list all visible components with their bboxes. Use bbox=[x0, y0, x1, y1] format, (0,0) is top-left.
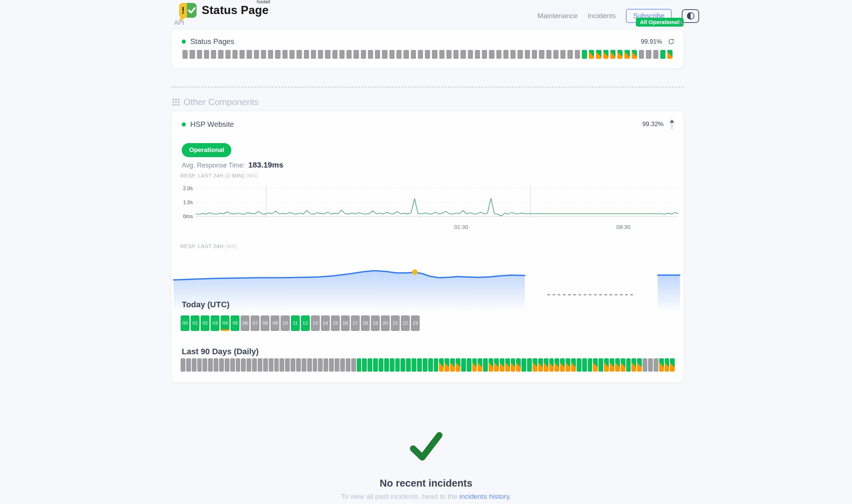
daily-uptime-bar[interactable] bbox=[241, 358, 246, 372]
daily-uptime-bar[interactable] bbox=[593, 358, 598, 372]
uptime-bar[interactable] bbox=[503, 50, 509, 59]
daily-uptime-bar[interactable] bbox=[554, 358, 559, 372]
uptime-bar[interactable] bbox=[496, 50, 502, 59]
uptime-bar[interactable] bbox=[639, 50, 644, 59]
daily-uptime-bar[interactable] bbox=[379, 358, 383, 372]
daily-uptime-bar[interactable] bbox=[219, 358, 224, 372]
nav-maintenance[interactable]: Maintenance bbox=[537, 12, 578, 20]
theme-toggle-button[interactable] bbox=[682, 9, 699, 23]
uptime-bar[interactable] bbox=[667, 50, 672, 59]
uptime-bar[interactable] bbox=[560, 50, 566, 59]
daily-uptime-bar[interactable] bbox=[538, 358, 543, 372]
daily-uptime-bar[interactable] bbox=[598, 358, 603, 372]
uptime-bar[interactable] bbox=[653, 50, 658, 59]
uptime-bar[interactable] bbox=[567, 50, 573, 59]
uptime-bar[interactable] bbox=[261, 50, 266, 59]
daily-uptime-bar[interactable] bbox=[181, 358, 185, 372]
daily-uptime-bar[interactable] bbox=[373, 358, 378, 372]
hour-block-02[interactable]: 02 bbox=[201, 315, 209, 331]
daily-uptime-bar[interactable] bbox=[428, 358, 433, 372]
hour-block-00[interactable]: 00 bbox=[181, 315, 189, 331]
uptime-bar[interactable] bbox=[268, 50, 273, 59]
daily-uptime-bar[interactable] bbox=[214, 358, 218, 372]
daily-uptime-bar[interactable] bbox=[560, 358, 565, 372]
uptime-bar[interactable] bbox=[468, 50, 473, 59]
uptime-bar[interactable] bbox=[189, 50, 195, 59]
uptime-bar[interactable] bbox=[232, 50, 238, 59]
daily-uptime-bar[interactable] bbox=[351, 358, 356, 372]
uptime-bar[interactable] bbox=[624, 50, 630, 59]
daily-uptime-bar[interactable] bbox=[511, 358, 516, 372]
uptime-bar[interactable] bbox=[482, 50, 487, 59]
daily-uptime-bar[interactable] bbox=[246, 358, 251, 372]
daily-uptime-bar[interactable] bbox=[654, 358, 658, 372]
daily-uptime-bar[interactable] bbox=[588, 358, 593, 372]
daily-uptime-bar[interactable] bbox=[665, 358, 670, 372]
uptime-bar[interactable] bbox=[603, 50, 608, 59]
hour-block-15[interactable]: 15 bbox=[331, 315, 340, 331]
hour-block-23[interactable]: 23 bbox=[411, 315, 420, 331]
uptime-bar[interactable] bbox=[446, 50, 452, 59]
daily-uptime-bar[interactable] bbox=[323, 358, 328, 372]
daily-uptime-bar[interactable] bbox=[450, 358, 455, 372]
daily-uptime-bar[interactable] bbox=[362, 358, 367, 372]
hour-block-14[interactable]: 14 bbox=[321, 315, 330, 331]
uptime-bar[interactable] bbox=[311, 50, 316, 59]
daily-uptime-bar[interactable] bbox=[494, 358, 499, 372]
daily-uptime-bar[interactable] bbox=[577, 358, 581, 372]
daily-uptime-bar[interactable] bbox=[225, 358, 229, 372]
uptime-bar[interactable] bbox=[304, 50, 309, 59]
daily-uptime-bar[interactable] bbox=[236, 358, 241, 372]
daily-uptime-bar[interactable] bbox=[445, 358, 449, 372]
hour-block-06[interactable]: 06 bbox=[241, 315, 249, 331]
daily-uptime-bar[interactable] bbox=[516, 358, 521, 372]
uptime-bar[interactable] bbox=[418, 50, 423, 59]
uptime-bar[interactable] bbox=[204, 50, 209, 59]
daily-uptime-bar[interactable] bbox=[456, 358, 460, 372]
daily-uptime-bar[interactable] bbox=[346, 358, 350, 372]
component-row[interactable]: HSP Website 99.32% bbox=[182, 119, 675, 129]
daily-uptime-bar[interactable] bbox=[500, 358, 504, 372]
uptime-bar[interactable] bbox=[325, 50, 330, 59]
collapse-chevron-icon[interactable] bbox=[676, 20, 683, 26]
uptime-bar[interactable] bbox=[517, 50, 523, 59]
hour-block-05[interactable]: 05 bbox=[231, 315, 239, 331]
hour-block-09[interactable]: 09 bbox=[271, 315, 279, 331]
uptime-bar[interactable] bbox=[246, 50, 252, 59]
uptime-bar[interactable] bbox=[382, 50, 387, 59]
daily-uptime-bar[interactable] bbox=[368, 358, 372, 372]
uptime-bar[interactable] bbox=[453, 50, 459, 59]
daily-uptime-bar[interactable] bbox=[461, 358, 466, 372]
daily-uptime-bar[interactable] bbox=[472, 358, 477, 372]
uptime-bar[interactable] bbox=[403, 50, 409, 59]
component-row[interactable]: Status Pages 99.91% bbox=[182, 37, 675, 46]
uptime-bar[interactable] bbox=[546, 50, 551, 59]
uptime-bar[interactable] bbox=[589, 50, 594, 59]
hour-block-12[interactable]: 12 bbox=[301, 315, 310, 331]
uptime-bar[interactable] bbox=[632, 50, 637, 59]
uptime-bar[interactable] bbox=[389, 50, 395, 59]
uptime-bar[interactable] bbox=[275, 50, 280, 59]
daily-uptime-bar[interactable] bbox=[291, 358, 295, 372]
uptime-bar[interactable] bbox=[646, 50, 651, 59]
daily-uptime-bar[interactable] bbox=[489, 358, 493, 372]
uptime-bar[interactable] bbox=[475, 50, 480, 59]
daily-uptime-bar[interactable] bbox=[566, 358, 570, 372]
uptime-bar[interactable] bbox=[582, 50, 587, 59]
daily-uptime-bar[interactable] bbox=[329, 358, 334, 372]
daily-uptime-bar[interactable] bbox=[423, 358, 427, 372]
uptime-bar[interactable] bbox=[282, 50, 288, 59]
daily-uptime-bar[interactable] bbox=[637, 358, 642, 372]
daily-uptime-bar[interactable] bbox=[434, 358, 439, 372]
daily-uptime-bar[interactable] bbox=[400, 358, 405, 372]
hour-block-22[interactable]: 22 bbox=[401, 315, 410, 331]
daily-uptime-bar[interactable] bbox=[395, 358, 400, 372]
uptime-bar[interactable] bbox=[489, 50, 494, 59]
uptime-bar[interactable] bbox=[346, 50, 352, 59]
daily-uptime-bar[interactable] bbox=[340, 358, 345, 372]
uptime-bar[interactable] bbox=[510, 50, 516, 59]
hour-block-03[interactable]: 03 bbox=[211, 315, 219, 331]
uptime-bar[interactable] bbox=[539, 50, 544, 59]
daily-uptime-bar[interactable] bbox=[296, 358, 301, 372]
daily-uptime-bar[interactable] bbox=[615, 358, 620, 372]
